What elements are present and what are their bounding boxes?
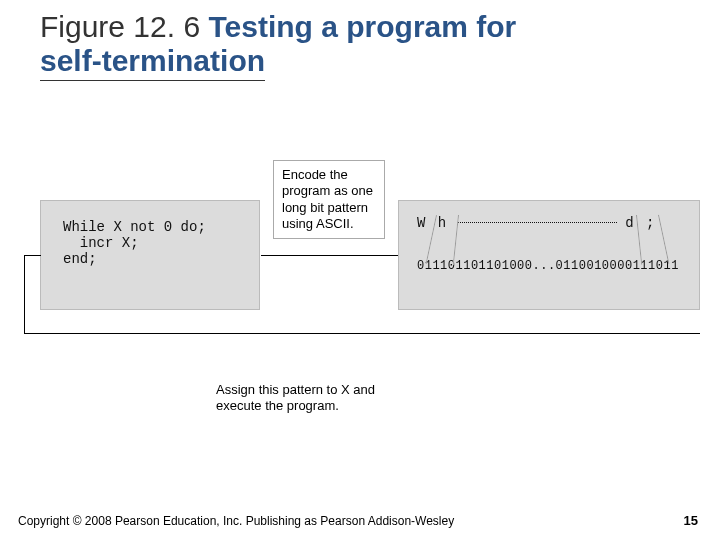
page-number: 15 [684, 513, 698, 528]
ascii-suffix: d ; [625, 215, 656, 231]
connector-line [24, 255, 41, 256]
bit-pattern: 011101101101000...0110010000111011 [417, 259, 699, 273]
connector-line [24, 333, 700, 334]
diagram-area: While X not 0 do; incr X; end; Encode th… [18, 160, 702, 370]
encoded-bits-box: W h d ; 011101101101000...01100100001110… [398, 200, 700, 310]
figure-title-line2: self-termination [40, 44, 265, 81]
connector-line [24, 255, 25, 333]
slide: Figure 12. 6 Testing a program for self-… [0, 0, 720, 540]
copyright-footer: Copyright © 2008 Pearson Education, Inc.… [18, 514, 454, 528]
figure-label: Figure 12. 6 [40, 10, 208, 43]
assign-label: Assign this pattern to X and execute the… [208, 376, 408, 421]
ascii-row: W h d ; [417, 213, 699, 231]
program-code-box: While X not 0 do; incr X; end; [40, 200, 260, 310]
ascii-dots [457, 222, 617, 223]
connector-line [261, 255, 398, 256]
program-code: While X not 0 do; incr X; end; [41, 201, 259, 267]
figure-title-line1: Testing a program for [208, 10, 516, 43]
figure-title: Figure 12. 6 Testing a program for self-… [40, 10, 680, 81]
encode-label: Encode the program as one long bit patte… [273, 160, 385, 239]
